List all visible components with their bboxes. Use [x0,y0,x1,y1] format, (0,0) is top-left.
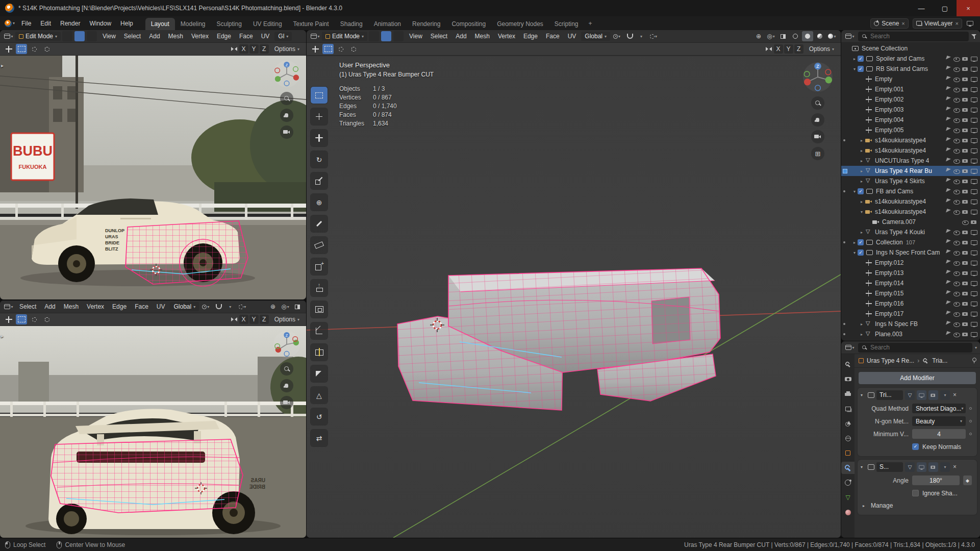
disable-viewport-icon[interactable] [970,188,978,195]
viewport-menu-item[interactable]: Mesh [164,32,187,41]
disclosure-arrow-icon[interactable]: ▸ [859,230,865,235]
tab-material[interactable] [841,506,855,518]
show-gizmo-button[interactable]: ⊕ [267,302,279,312]
disable-viewport-icon[interactable] [970,55,978,63]
minimize-button[interactable]: — [910,0,933,16]
angle-field[interactable]: 180° [912,475,960,485]
selectable-toggle-icon[interactable] [944,300,952,308]
viewport-menu-item[interactable]: UV [153,302,169,311]
hide-viewport-icon[interactable] [953,280,961,287]
outliner-row[interactable]: ▾ ✓ Ings N Spec Front Cam [841,247,980,258]
add-modifier-button[interactable]: Add Modifier [859,372,976,384]
app-menu-item[interactable]: Window [85,18,116,29]
keep-normals-checkbox[interactable]: ✓ [912,443,919,450]
modifier-header[interactable]: ▾ Tri... ▽ ▾ × [858,388,977,402]
zoom-icon[interactable] [811,96,824,110]
navigation-gizmo[interactable]: Z [802,61,834,93]
mirror-axis-button[interactable]: X [774,44,783,54]
selectable-toggle-icon[interactable] [944,320,952,328]
viewport-menu-item[interactable]: Edge [108,302,131,311]
hide-viewport-icon[interactable] [953,147,961,155]
expand-icon[interactable]: ▾ [861,393,866,397]
zoom-icon[interactable] [280,92,293,105]
workspace-tab[interactable]: Sculpting [211,18,247,30]
viewport-menu-item[interactable]: Vertex [83,302,108,311]
disable-render-icon[interactable] [962,55,969,63]
app-menu-item[interactable]: Help [116,18,138,29]
disable-render-icon[interactable] [962,116,969,124]
edge-select-button[interactable] [74,31,85,41]
select-box-tool-button[interactable] [322,44,334,54]
navigation-gizmo[interactable]: Z [272,60,301,88]
mirror-axis-button[interactable]: X [239,315,248,324]
selectable-toggle-icon[interactable] [944,310,952,318]
viewport-menu-item[interactable]: Add [451,32,470,41]
disable-render-icon[interactable] [962,239,969,246]
outliner-search-input[interactable] [870,33,966,40]
tool-button[interactable]: ⊕ [311,194,328,211]
disable-viewport-icon[interactable] [970,290,978,297]
modifier-name-field[interactable]: S... [876,462,903,472]
quad-method-dropdown[interactable]: Shortest Diago...▾ [912,404,966,413]
viewlayer-remove-icon[interactable]: × [956,20,959,27]
tool-button[interactable] [311,280,328,296]
disable-viewport-icon[interactable] [970,167,978,175]
render-display-toggle[interactable] [928,390,938,400]
modifier-extras-dropdown[interactable]: ▾ [940,390,950,400]
tool-button[interactable] [311,301,328,318]
disable-render-icon[interactable] [962,229,969,236]
selectable-toggle-icon[interactable] [944,178,952,185]
disable-render-icon[interactable] [962,106,969,114]
disclosure-arrow-icon[interactable]: ▸ [859,148,865,153]
select-box-tool-button[interactable] [16,44,27,54]
disable-render-icon[interactable] [962,300,969,308]
edit-mode-display-toggle[interactable]: ▽ [905,390,915,400]
viewport-menu-item[interactable]: UV [257,32,274,41]
tab-tool[interactable] [841,358,855,370]
disable-viewport-icon[interactable] [970,65,978,73]
workspace-tab[interactable]: Scripting [549,18,584,30]
tool-button[interactable] [311,237,328,254]
render-display-toggle[interactable] [928,462,938,472]
blender-menu-button[interactable]: ▾ [3,18,16,28]
disable-viewport-icon[interactable] [970,331,978,338]
face-select-button[interactable] [87,31,97,41]
outliner-row[interactable]: ▸ ✓ Spoiler and Cams [841,54,980,64]
disclosure-arrow-icon[interactable]: ▸ [859,169,865,173]
select-lasso-tool-button[interactable] [41,44,53,54]
disable-render-icon[interactable] [962,290,969,297]
viewport-3d-canvas[interactable]: ↻ ⊕ [307,56,841,538]
selectable-toggle-icon[interactable] [944,167,952,175]
hide-viewport-icon[interactable] [953,239,961,246]
disable-render-icon[interactable] [962,147,969,155]
editor-type-button[interactable]: ▾ [3,302,14,312]
tool-button[interactable]: △ [311,387,328,404]
hide-viewport-icon[interactable] [953,249,961,257]
snap-toggle[interactable] [623,31,635,41]
disable-viewport-icon[interactable] [970,229,978,236]
hide-viewport-icon[interactable] [953,86,961,93]
disclosure-arrow-icon[interactable]: ▸ [859,179,865,184]
proportional-editing-button[interactable]: ▾ [648,31,659,41]
tab-output[interactable] [841,388,855,400]
min-vertices-field[interactable]: 4 [912,429,966,439]
pivot-point-button[interactable]: ▾ [200,302,211,312]
disable-viewport-icon[interactable] [970,127,978,134]
scene-unlink-icon[interactable]: × [901,20,904,27]
outliner-row[interactable]: ✓ Empty.017 [841,309,980,319]
camera-view-icon[interactable] [280,126,293,139]
show-overlays-button[interactable]: ◎▾ [280,302,291,312]
disable-viewport-icon[interactable] [970,239,978,246]
disclosure-arrow-icon[interactable]: ▾ [851,67,858,71]
disable-viewport-icon[interactable] [970,147,978,155]
selectable-toggle-icon[interactable] [944,331,952,338]
viewport-menu-item[interactable]: Vertex [187,32,213,41]
pan-hand-icon[interactable] [280,379,293,392]
vertex-select-button[interactable] [369,31,379,41]
disclosure-arrow-icon[interactable]: ▸ [851,57,858,61]
animate-dot[interactable] [969,433,972,435]
outliner-row[interactable]: ▸ ✓ Collection 107 [841,237,980,247]
toolbar-expand-arrow[interactable]: ▸ [1,63,4,68]
mode-selector[interactable]: Edit Mode▾ [15,32,61,41]
outliner-row[interactable]: ▸ ✓ s14koukiurastype4 [841,145,980,156]
